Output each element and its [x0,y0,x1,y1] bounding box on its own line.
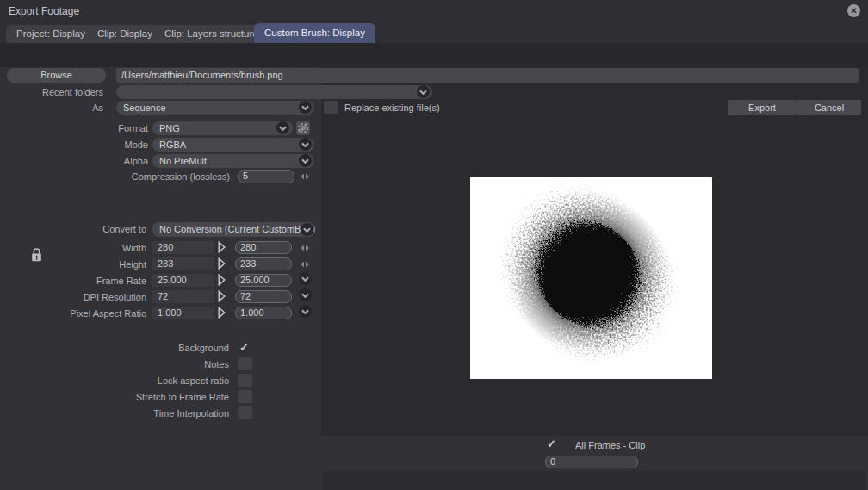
mode-label: Mode [0,140,148,150]
close-icon[interactable]: ✕ [847,4,860,17]
export-path-input[interactable]: /Users/matthieu/Documents/brush.png [116,68,859,83]
format-dropdown[interactable]: PNG [152,121,293,135]
background-label: Background [0,343,229,353]
pixel-aspect-ratio-label: Pixel Aspect Ratio [0,308,146,319]
tab-custom-brush-display[interactable]: Custom Brush: Display [254,23,375,43]
height-label: Height [0,259,146,270]
width-label: Width [0,243,146,253]
frame-number-input[interactable]: 0 [545,456,638,468]
notes-label: Notes [0,359,229,369]
compression-input[interactable]: 5 [238,170,294,183]
time-interpolation-label: Time Interpolation [0,408,229,419]
pixel-aspect-input[interactable]: 1.000 [235,307,292,319]
height-input[interactable]: 233 [235,257,292,270]
bottom-strip [323,471,865,490]
frame-rate-input[interactable]: 25.000 [235,274,292,287]
pixel-aspect-source-value: 1.000 [152,307,214,319]
background-checkbox-checked[interactable] [239,341,249,354]
brush-spray-blob [470,177,712,379]
height-stepper-arrows-icon[interactable] [300,261,310,268]
pixel-aspect-apply-triangle-icon[interactable] [218,307,226,319]
recent-folders-label: Recent folders [0,87,103,97]
compression-label: Compression (lossless) [0,171,230,182]
pixel-aspect-chevron-down-icon[interactable] [299,305,312,318]
brush-preview-image [470,177,712,379]
height-source-value: 233 [152,257,214,270]
mode-chevron-down-icon[interactable] [299,138,312,151]
frame-rate-chevron-down-icon[interactable] [299,272,312,285]
width-source-value: 280 [152,241,214,254]
stretch-to-frame-rate-label: Stretch to Frame Rate [0,392,229,402]
recent-folders-chevron-down-icon[interactable] [417,85,430,98]
replace-existing-label: Replace existing file(s) [344,102,440,113]
all-frames-label: All Frames - Clip [575,440,645,450]
mode-dropdown[interactable]: RGBA [152,138,314,152]
format-settings-gear-disabled-icon[interactable] [296,121,310,135]
dpi-apply-triangle-icon[interactable] [218,290,226,302]
alpha-label: Alpha [0,156,148,166]
convert-to-label: Convert to [0,224,146,234]
as-chevron-down-icon[interactable] [299,101,312,114]
width-stepper-arrows-icon[interactable] [300,245,310,251]
lock-aspect-ratio-label: Lock aspect ratio [0,375,229,386]
frame-rate-apply-triangle-icon[interactable] [218,274,226,286]
width-input[interactable]: 280 [235,241,292,254]
tab-clip-display[interactable]: Clip: Display [87,25,163,43]
export-footage-dialog: Export Footage ✕ Project: Display Clip: … [0,0,868,490]
export-button[interactable]: Export [728,100,797,115]
convert-to-dropdown[interactable]: No Conversion (Current CustomBrush) [152,222,315,237]
as-dropdown[interactable]: Sequence [116,101,314,115]
convert-to-chevron-down-icon[interactable] [301,223,313,236]
tab-underband [0,43,868,67]
cancel-button[interactable]: Cancel [797,100,861,115]
replace-existing-checkbox[interactable] [324,101,338,114]
alpha-chevron-down-icon[interactable] [299,154,312,167]
dpi-resolution-label: DPI Resolution [0,292,146,302]
dpi-input[interactable]: 72 [235,290,292,303]
frame-rate-source-value: 25.000 [152,274,214,287]
width-apply-triangle-icon[interactable] [218,241,226,253]
frame-rate-label: Frame Rate [0,276,146,286]
alpha-dropdown[interactable]: No PreMult. [152,154,314,168]
dpi-chevron-down-icon[interactable] [299,288,312,301]
stretch-to-frame-rate-checkbox[interactable] [238,390,252,403]
browse-button[interactable]: Browse [7,68,106,83]
tab-project-display[interactable]: Project: Display [6,25,96,43]
height-apply-triangle-icon[interactable] [218,257,226,270]
all-frames-checkbox-checked[interactable] [547,437,556,450]
compression-stepper-arrows-icon[interactable] [300,173,310,180]
notes-checkbox[interactable] [238,357,252,370]
time-interpolation-checkbox[interactable] [238,406,252,419]
recent-folders-dropdown[interactable] [116,85,432,99]
dpi-source-value: 72 [152,290,214,303]
tab-clip-layers-structure[interactable]: Clip: Layers structure [154,25,269,43]
as-label: As [0,102,103,113]
window-title: Export Footage [9,5,79,17]
format-label: Format [0,123,148,133]
format-chevron-down-icon[interactable] [276,121,289,134]
lock-aspect-ratio-checkbox[interactable] [238,374,252,387]
